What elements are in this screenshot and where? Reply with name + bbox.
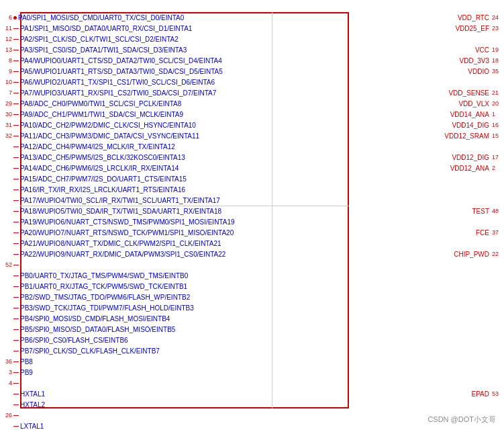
pin-number-left: 8 <box>0 57 12 64</box>
pin-label-left: PA15/ADC_CH7/PWM7/I2S_DO/UART1_CTS/EINTA… <box>19 175 187 183</box>
left-pin-row: 52 <box>0 259 356 270</box>
pin-line-left <box>13 222 19 222</box>
pin-label-left: PB5/SPI0_MISO/SD_DATA0/FLASH_MISO/EINTB5 <box>19 326 175 333</box>
left-pin-row: PA21/WUPIO8/NUART_TX/DMIC_CLK/PWM2/SPI1_… <box>0 238 356 249</box>
left-pin-row: 8PA4/WUPIO0/UART1_CTS/SD_DATA2/TWI0_SCL/… <box>0 55 356 66</box>
pin-line-left <box>13 168 19 169</box>
pin-number-left: 9 <box>0 68 12 75</box>
pin-label-left: PB6/SPI0_CS0/FLASH_CS/EINTB6 <box>19 337 128 344</box>
pin-label-left: LXTAL1 <box>19 423 44 430</box>
pin-line-left <box>13 265 19 265</box>
pin-number-left: 52 <box>0 261 12 268</box>
pin-label-left: PB4/SPI0_MOSI/SD_CMD/FLASH_MOSI/EINTB4 <box>19 315 170 322</box>
pin-line-left <box>13 189 19 190</box>
left-pin-row: 3PB9 <box>0 367 356 378</box>
left-pin-row: PA22/WUPIO9/NUART_RX/DMIC_DATA/PWM3/SPI1… <box>0 249 356 259</box>
right-pin-row: VDD_SENSE21 <box>448 87 504 98</box>
left-pin-row: LXTAL1 <box>0 421 356 430</box>
pin-line-left <box>13 211 19 212</box>
right-pin-row: VDD_VLX20 <box>458 98 504 109</box>
pin-line-left <box>13 243 19 244</box>
left-pin-row: 10PA6/WUPIO2/UART1_TX/SPI1_CS1/TWI0_SCL/… <box>0 77 356 87</box>
pin-label-right: CHIP_PWD <box>454 251 491 258</box>
pin-number-left: 4 <box>0 380 12 386</box>
pin-label-right: VDDIO <box>468 68 491 75</box>
pin-label-left: PB3/SWD_TCK/JTAG_TDI/PWM7/FLASH_HOLD/EIN… <box>19 304 194 312</box>
right-pin-row: TEST48 <box>472 206 504 216</box>
pin-number-right: 22 <box>492 251 504 257</box>
pin-line-left <box>13 361 19 362</box>
left-pin-row: PA17/WUPIO4/TWI0_SCL/IR_RX/TWI1_SCL/UART… <box>0 195 356 206</box>
pin-label-left: PA7/WUPIO3/UART1_RX/SPI1_CS2/TWI0_SDA/CS… <box>19 89 216 97</box>
pin-line-left <box>13 157 19 158</box>
pin-line-left <box>13 114 19 115</box>
pin-line-left <box>13 329 19 330</box>
pin-number-right: 16 <box>492 122 504 128</box>
pin-line-left <box>13 340 19 341</box>
right-pin-row: VDD12_ANA2 <box>450 163 504 173</box>
pin-number-right: 53 <box>492 390 504 397</box>
pin-line-left <box>13 318 19 319</box>
pin-number-left: 31 <box>0 122 12 128</box>
pin-line-left <box>13 351 19 351</box>
pin-label-left: PA6/WUPIO2/UART1_TX/SPI1_CS1/TWI0_SCL/CS… <box>19 79 215 86</box>
pin-number-right: 19 <box>492 46 504 53</box>
pin-line-left <box>13 28 19 29</box>
left-pin-row: PA19/WUPIO6/NUART_CTS/NSWD_TMS/PWM0/SPI1… <box>0 216 356 227</box>
right-pin-row: VDD12_SRAM15 <box>444 130 504 141</box>
right-pin-row: VDD14_DIG16 <box>452 120 504 130</box>
left-pin-row: HXTAL2 <box>0 399 356 410</box>
right-pin-row: VCC19 <box>475 44 504 55</box>
left-pin-row: PA15/ADC_CH7/PWM7/I2S_DO/UART1_CTS/EINTA… <box>0 173 356 184</box>
pin-number-left: 3 <box>0 369 12 376</box>
left-pin-row: 11PA1/SPI1_MISO/SD_DATA0/UART0_RX/CSI_D1… <box>0 23 356 34</box>
left-pin-row: 9PA5/WUPIO1/UART1_RTS/SD_DATA3/TWI0_SDA/… <box>0 66 356 77</box>
pin-number-left: 13 <box>0 46 12 53</box>
pin-number-right: 24 <box>492 14 504 21</box>
pin-label-left: PB9 <box>19 369 33 376</box>
pin-number-right: 20 <box>492 100 504 107</box>
pin-label-left: PB7/SPI0_CLK/SD_CLK/FLASH_CLK/EINTB7 <box>19 347 160 355</box>
pin-line-left <box>13 308 19 308</box>
pin-number-right: 21 <box>492 89 504 96</box>
pin-number-left: 6 <box>0 14 12 21</box>
pin-number-left: 30 <box>0 111 12 118</box>
pin-label-right: VCC <box>475 46 491 54</box>
pin-label-left: PA11/ADC_CH3/PWM3/DMIC_DATA/CSI_VSYNC/EI… <box>19 132 199 140</box>
pin-label-left: PA1/SPI1_MISO/SD_DATA0/UART0_RX/CSI_D1/E… <box>19 25 192 32</box>
pin-label-right: FCE <box>476 229 491 236</box>
pin-label-left: PA8/ADC_CH0/PWM0/TWI1_SCL/CSI_PCLK/EINTA… <box>19 100 181 108</box>
left-pin-row: PA13/ADC_CH5/PWM5/I2S_BCLK/32KOSC0/EINTA… <box>0 152 356 163</box>
pin-label-left: PA3/SPI1_CS0/SD_DATA1/TWI1_SDA/CSI_D3/EI… <box>19 46 187 54</box>
right-pin-row: VDDIO35 <box>468 66 504 77</box>
pin-line-left <box>13 39 19 40</box>
right-pin-row: VDD_3V318 <box>460 55 504 66</box>
left-pin-row: 32PA11/ADC_CH3/PWM3/DMIC_DATA/CSI_VSYNC/… <box>0 130 356 141</box>
left-pin-row: PB7/SPI0_CLK/SD_CLK/FLASH_CLK/EINTB7 <box>0 345 356 356</box>
pin-number-left: 32 <box>0 132 12 139</box>
pin-label-right: VDD12_DIG <box>452 154 491 161</box>
pin-line-left <box>13 232 19 233</box>
right-pin-row: VDD14_ANA1 <box>450 109 504 120</box>
pin-line-left <box>13 415 19 416</box>
left-pin-row: 26 <box>0 410 356 421</box>
pin-label-left: PA4/WUPIO0/UART1_CTS/SD_DATA2/TWI0_SCL/C… <box>19 57 222 64</box>
pin-label-left: PA21/WUPIO8/NUART_TX/DMIC_CLK/PWM2/SPI1_… <box>19 240 221 247</box>
pin-number-right: 37 <box>492 229 504 236</box>
pin-label-left: PA13/ADC_CH5/PWM5/I2S_BCLK/32KOSC0/EINTA… <box>19 154 185 161</box>
left-pin-row: HXTAL1 <box>0 388 356 399</box>
pin-label-left: PA2/SPI1_CLK/SD_CLK/TWI1_SCL/CSI_D2/EINT… <box>19 36 179 43</box>
pin-line-left <box>13 286 19 287</box>
pin-line-left <box>13 136 19 136</box>
pin-label-right: VDD12_SRAM <box>444 132 491 140</box>
pin-label-left: PA5/WUPIO1/UART1_RTS/SD_DATA3/TWI0_SDA/C… <box>19 68 223 75</box>
pin-number-left: 36 <box>0 358 12 365</box>
main-container: 6PA0/SPI1_MOSI/SD_CMD/UART0_TX/CSI_D0/EI… <box>0 0 504 430</box>
left-pin-row: PB2/SWD_TMS/JTAG_TDO/PWM6/FLASH_WP/EINTB… <box>0 292 356 302</box>
pin-number-left: 7 <box>0 89 12 96</box>
right-pin-row: CHIP_PWD22 <box>454 249 504 259</box>
right-pin-row: FCE37 <box>476 227 504 238</box>
pin-number-left: 11 <box>0 25 12 32</box>
left-pin-row: PA16/IR_TX/IR_RX/I2S_LRCLK/UART1_RTS/EIN… <box>0 184 356 195</box>
right-pin-row: EPAD53 <box>472 388 505 399</box>
